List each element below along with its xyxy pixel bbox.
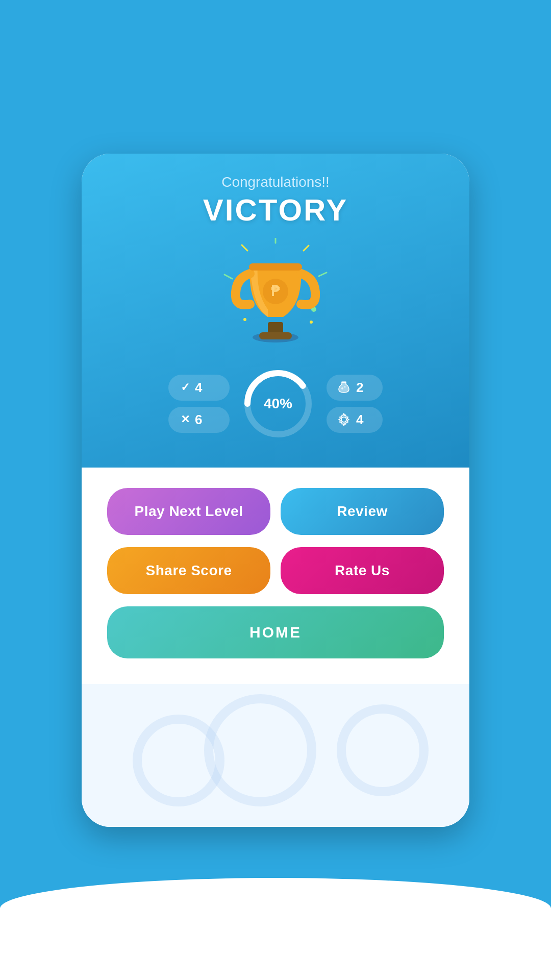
- bottom-decor: [82, 684, 469, 827]
- wrong-count: 6: [195, 412, 202, 428]
- home-button[interactable]: HOME: [107, 606, 444, 658]
- victory-section: Congratulations!! VICTORY: [82, 154, 469, 468]
- trophy-icon: ₱: [219, 238, 332, 350]
- right-stats: 2 4: [327, 375, 383, 433]
- progress-circle: 40%: [240, 365, 316, 442]
- svg-line-4: [224, 275, 232, 279]
- play-next-level-button[interactable]: Play Next Level: [107, 488, 270, 535]
- buttons-section: Play Next Level Review Share Score Rate …: [82, 468, 469, 684]
- svg-point-18: [344, 386, 346, 388]
- percent-text: 40%: [264, 396, 292, 412]
- left-stats: ✓ 4 ✕ 6: [168, 375, 230, 433]
- congratulations-text: Congratulations!!: [102, 174, 449, 190]
- correct-count: 4: [195, 380, 202, 396]
- svg-point-7: [243, 318, 246, 321]
- boost-stat-pill: 2: [327, 375, 383, 401]
- top-buttons-row: Play Next Level Review: [107, 488, 444, 535]
- stats-row: ✓ 4 ✕ 6 40%: [102, 365, 449, 442]
- review-button[interactable]: Review: [281, 488, 444, 535]
- phone-card: Congratulations!! VICTORY: [82, 154, 469, 827]
- svg-rect-10: [268, 322, 283, 333]
- checkmark-icon: ✓: [181, 381, 190, 394]
- gear-count: 4: [356, 412, 363, 428]
- share-score-button[interactable]: Share Score: [107, 547, 270, 594]
- svg-line-2: [319, 273, 327, 276]
- victory-title: VICTORY: [102, 192, 449, 228]
- correct-stat-pill: ✓ 4: [168, 375, 230, 401]
- boost-count: 2: [356, 380, 363, 396]
- svg-line-1: [304, 246, 309, 251]
- svg-line-3: [242, 245, 247, 251]
- cross-icon: ✕: [181, 413, 190, 426]
- middle-buttons-row: Share Score Rate Us: [107, 547, 444, 594]
- svg-rect-19: [341, 381, 346, 383]
- wrong-stat-pill: ✕ 6: [168, 407, 230, 433]
- decor-circle-2: [204, 694, 316, 806]
- decor-circle-3: [337, 704, 429, 796]
- boost-icon: [337, 380, 351, 395]
- svg-rect-11: [259, 332, 292, 339]
- trophy-container: ₱: [219, 238, 332, 350]
- svg-text:₱: ₱: [271, 283, 280, 299]
- svg-point-17: [341, 387, 343, 389]
- svg-rect-14: [249, 263, 302, 271]
- rate-us-button[interactable]: Rate Us: [281, 547, 444, 594]
- gear-stat-pill: 4: [327, 407, 383, 433]
- svg-point-8: [310, 321, 313, 324]
- gear-icon: [337, 412, 351, 427]
- svg-point-20: [341, 417, 346, 422]
